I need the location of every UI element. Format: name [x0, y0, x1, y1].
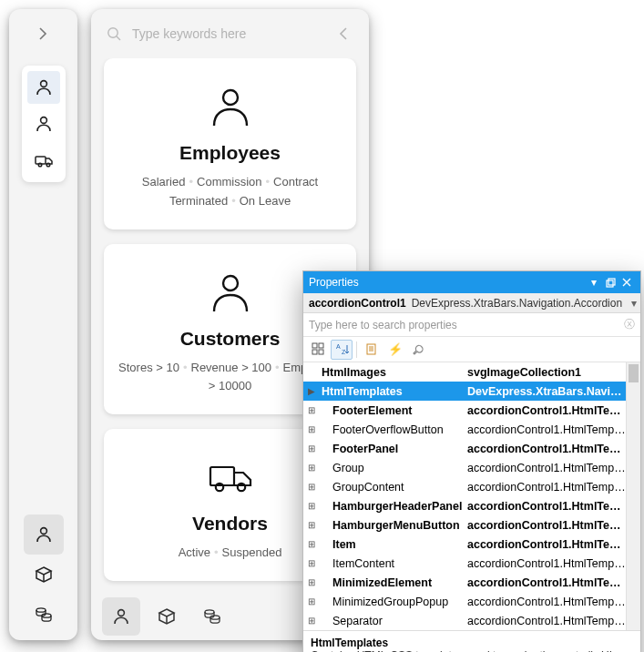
property-name: ItemContent: [320, 557, 464, 570]
card-title: Employees: [117, 142, 343, 164]
window-restore-icon[interactable]: [602, 274, 618, 290]
expand-button[interactable]: [19, 18, 68, 49]
property-value[interactable]: accordionControl1.HtmlTemplat: [464, 443, 626, 455]
alphabetical-button[interactable]: AZ: [331, 340, 353, 360]
scrollbar[interactable]: [626, 362, 640, 630]
properties-search[interactable]: Type here to search properties ⓧ: [303, 313, 640, 337]
card-sub-item[interactable]: Commission: [197, 175, 262, 188]
property-grid[interactable]: HtmlImagessvgImageCollection1▶HtmlTempla…: [303, 362, 640, 630]
expand-glyph[interactable]: ⊞: [303, 616, 320, 626]
property-value[interactable]: accordionControl1.HtmlTemplates.: [464, 557, 626, 570]
property-name: HamburgerMenuButton: [320, 519, 464, 532]
card-sub-item[interactable]: Revenue > 100: [191, 361, 272, 374]
properties-titlebar[interactable]: Properties ▾: [303, 271, 640, 293]
svg-rect-15: [312, 350, 317, 354]
hamburger-item-vendors[interactable]: [27, 144, 60, 177]
property-value[interactable]: accordionControl1.HtmlTemplates.: [464, 423, 626, 436]
card-sub-item[interactable]: Stores > 10: [118, 361, 179, 374]
expand-glyph[interactable]: ⊞: [303, 405, 320, 415]
property-row[interactable]: ⊞FooterPanelaccordionControl1.HtmlTempla…: [303, 439, 640, 458]
chevron-right-icon: [37, 27, 50, 40]
property-row[interactable]: HtmlImagessvgImageCollection1: [303, 362, 640, 382]
property-value[interactable]: accordionControl1.HtmlTemplat: [464, 538, 626, 551]
expand-glyph[interactable]: ⊞: [303, 596, 320, 606]
box-icon: [157, 606, 177, 627]
expand-glyph[interactable]: ⊞: [303, 539, 320, 549]
property-row[interactable]: ⊞ItemContentaccordionControl1.HtmlTempla…: [303, 554, 640, 573]
property-row[interactable]: ▶HtmlTemplatesDevExpress.XtraBars.Naviga…: [303, 382, 640, 401]
categorized-button[interactable]: [307, 340, 329, 360]
search-input[interactable]: Type keywords here: [132, 26, 325, 41]
expand-glyph[interactable]: ⊞: [303, 424, 320, 434]
svg-rect-14: [319, 343, 323, 348]
hamburger-item-employees[interactable]: [27, 71, 60, 104]
property-value[interactable]: accordionControl1.HtmlTemplates.: [464, 462, 626, 474]
hamburger-item-customers[interactable]: [27, 107, 60, 140]
footer-button-people[interactable]: [102, 597, 140, 636]
expand-glyph[interactable]: ▶: [303, 386, 320, 396]
svg-rect-16: [319, 350, 323, 354]
expand-glyph[interactable]: ⊞: [303, 482, 320, 492]
property-row[interactable]: ⊞HamburgerMenuButtonaccordionControl1.Ht…: [303, 515, 640, 535]
person-icon: [34, 114, 54, 134]
property-value[interactable]: accordionControl1.HtmlTemplat: [464, 500, 626, 513]
clear-search-icon[interactable]: ⓧ: [624, 317, 635, 332]
svg-rect-12: [608, 279, 615, 285]
events-button[interactable]: ⚡: [384, 340, 406, 360]
property-row[interactable]: ⊞FooterOverflowButtonaccordionControl1.H…: [303, 420, 640, 439]
footer-item-coins[interactable]: [24, 595, 64, 635]
accordion-card[interactable]: EmployeesSalaried•Commission•ContractTer…: [104, 58, 356, 229]
property-name: FooterElement: [320, 404, 464, 417]
expand-glyph[interactable]: ⊞: [303, 443, 320, 453]
footer-button-box[interactable]: [148, 597, 186, 636]
properties-toolbar: AZ ⚡: [303, 337, 640, 362]
property-name: Item: [320, 538, 464, 551]
property-row[interactable]: ⊞GroupContentaccordionControl1.HtmlTempl…: [303, 477, 640, 496]
svg-rect-11: [607, 280, 613, 287]
wrench-button[interactable]: [408, 340, 430, 360]
property-name: Separator: [320, 615, 464, 627]
coins-icon: [202, 606, 222, 627]
expand-glyph[interactable]: ⊞: [303, 520, 320, 530]
scrollbar-thumb[interactable]: [629, 364, 639, 382]
property-value[interactable]: DevExpress.XtraBars.Navigati…: [464, 385, 626, 398]
property-row[interactable]: ⊞FooterElementaccordionControl1.HtmlTemp…: [303, 401, 640, 420]
card-sub-item[interactable]: Salaried: [142, 175, 186, 188]
property-value[interactable]: accordionControl1.HtmlTemplat: [464, 404, 626, 417]
expand-glyph[interactable]: ⊞: [303, 463, 320, 473]
card-sub-item[interactable]: On Leave: [240, 194, 291, 208]
collapse-button[interactable]: [334, 24, 354, 44]
property-value[interactable]: svgImageCollection1: [464, 366, 626, 379]
property-pages-button[interactable]: [361, 340, 383, 360]
properties-window: Properties ▾ accordionControl1 DevExpres…: [302, 270, 641, 652]
property-value[interactable]: accordionControl1.HtmlTemplates.: [464, 596, 626, 608]
card-sub-item[interactable]: Suspended: [222, 545, 282, 559]
hamburger-group-card: [22, 66, 66, 182]
object-selector[interactable]: accordionControl1 DevExpress.XtraBars.Na…: [303, 293, 640, 313]
window-menu-icon[interactable]: ▾: [586, 274, 602, 290]
property-row[interactable]: ⊞MinimizedGroupPopupaccordionControl1.Ht…: [303, 592, 640, 611]
dropdown-icon[interactable]: ▾: [628, 297, 640, 310]
person-icon: [34, 77, 54, 97]
property-value[interactable]: accordionControl1.HtmlTemplat: [464, 519, 626, 532]
property-row[interactable]: ⊞GroupaccordionControl1.HtmlTemplates.: [303, 458, 640, 477]
close-icon[interactable]: [618, 274, 635, 290]
card-sub-item[interactable]: Terminated: [169, 194, 228, 208]
property-row[interactable]: ⊞ItemaccordionControl1.HtmlTemplat: [303, 535, 640, 554]
property-value[interactable]: accordionControl1.HtmlTemplates.: [464, 481, 626, 494]
property-row[interactable]: ⊞SeparatoraccordionControl1.HtmlTemplate…: [303, 611, 640, 630]
card-sub-item[interactable]: Contract: [273, 175, 318, 188]
property-name: MinimizedGroupPopup: [320, 596, 464, 608]
footer-item-box[interactable]: [24, 555, 64, 595]
footer-button-coins[interactable]: [193, 597, 231, 636]
property-value[interactable]: accordionControl1.HtmlTemplates.: [464, 615, 626, 627]
property-name: FooterPanel: [320, 443, 464, 455]
property-row[interactable]: ⊞MinimizedElementaccordionControl1.HtmlT…: [303, 573, 640, 592]
footer-item-people[interactable]: [24, 514, 64, 555]
card-sub-item[interactable]: Active: [179, 545, 210, 559]
expand-glyph[interactable]: ⊞: [303, 501, 320, 511]
property-row[interactable]: ⊞HamburgerHeaderPanelaccordionControl1.H…: [303, 496, 640, 515]
expand-glyph[interactable]: ⊞: [303, 558, 320, 568]
expand-glyph[interactable]: ⊞: [303, 577, 320, 587]
property-value[interactable]: accordionControl1.HtmlTemplat: [464, 576, 626, 589]
